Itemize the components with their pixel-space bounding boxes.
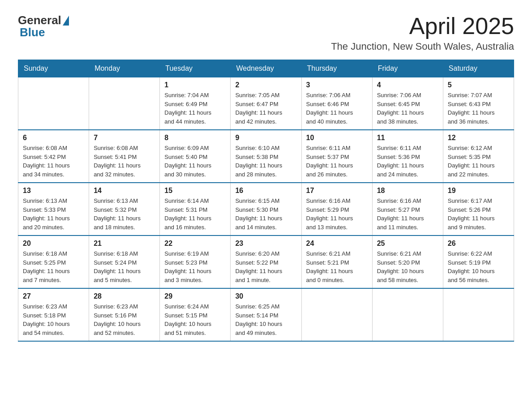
calendar-cell	[89, 77, 160, 130]
calendar-cell: 11Sunrise: 6:11 AM Sunset: 5:36 PM Dayli…	[372, 130, 443, 183]
day-number: 12	[448, 134, 509, 142]
calendar-cell: 30Sunrise: 6:25 AM Sunset: 5:14 PM Dayli…	[231, 288, 301, 341]
weekday-header-saturday: Saturday	[443, 60, 514, 77]
day-info: Sunrise: 6:25 AM Sunset: 5:14 PM Dayligh…	[235, 302, 296, 337]
calendar-cell: 17Sunrise: 6:16 AM Sunset: 5:29 PM Dayli…	[301, 183, 372, 235]
day-info: Sunrise: 6:11 AM Sunset: 5:37 PM Dayligh…	[306, 144, 368, 179]
calendar-cell: 3Sunrise: 7:06 AM Sunset: 6:46 PM Daylig…	[301, 77, 372, 130]
day-number: 5	[448, 81, 509, 89]
day-info: Sunrise: 6:08 AM Sunset: 5:41 PM Dayligh…	[94, 144, 155, 179]
day-info: Sunrise: 6:11 AM Sunset: 5:36 PM Dayligh…	[377, 144, 438, 179]
day-number: 9	[235, 134, 296, 142]
logo: General Blue	[18, 13, 69, 39]
day-info: Sunrise: 6:12 AM Sunset: 5:35 PM Dayligh…	[448, 144, 509, 179]
month-title: April 2025	[331, 13, 514, 39]
day-info: Sunrise: 6:20 AM Sunset: 5:22 PM Dayligh…	[235, 249, 296, 284]
calendar-cell: 22Sunrise: 6:19 AM Sunset: 5:23 PM Dayli…	[160, 235, 231, 288]
calendar-cell: 29Sunrise: 6:24 AM Sunset: 5:15 PM Dayli…	[160, 288, 231, 341]
weekday-header-friday: Friday	[372, 60, 443, 77]
day-number: 10	[306, 134, 368, 142]
calendar-cell: 6Sunrise: 6:08 AM Sunset: 5:42 PM Daylig…	[18, 130, 89, 183]
day-info: Sunrise: 6:18 AM Sunset: 5:24 PM Dayligh…	[94, 249, 155, 284]
day-number: 30	[235, 292, 296, 300]
calendar-cell: 12Sunrise: 6:12 AM Sunset: 5:35 PM Dayli…	[443, 130, 514, 183]
day-info: Sunrise: 6:23 AM Sunset: 5:18 PM Dayligh…	[23, 302, 84, 337]
day-info: Sunrise: 7:06 AM Sunset: 6:45 PM Dayligh…	[377, 91, 438, 126]
day-number: 13	[23, 187, 84, 195]
day-number: 19	[448, 187, 509, 195]
day-info: Sunrise: 6:18 AM Sunset: 5:25 PM Dayligh…	[23, 249, 84, 284]
day-info: Sunrise: 7:07 AM Sunset: 6:43 PM Dayligh…	[448, 91, 509, 126]
calendar-cell: 7Sunrise: 6:08 AM Sunset: 5:41 PM Daylig…	[89, 130, 160, 183]
day-info: Sunrise: 6:09 AM Sunset: 5:40 PM Dayligh…	[164, 144, 226, 179]
calendar-cell: 28Sunrise: 6:23 AM Sunset: 5:16 PM Dayli…	[89, 288, 160, 341]
calendar-cell: 5Sunrise: 7:07 AM Sunset: 6:43 PM Daylig…	[443, 77, 514, 130]
calendar-cell: 20Sunrise: 6:18 AM Sunset: 5:25 PM Dayli…	[18, 235, 89, 288]
calendar-cell: 18Sunrise: 6:16 AM Sunset: 5:27 PM Dayli…	[372, 183, 443, 235]
calendar-cell: 23Sunrise: 6:20 AM Sunset: 5:22 PM Dayli…	[231, 235, 301, 288]
calendar-cell: 2Sunrise: 7:05 AM Sunset: 6:47 PM Daylig…	[231, 77, 301, 130]
day-info: Sunrise: 6:24 AM Sunset: 5:15 PM Dayligh…	[164, 302, 226, 337]
logo-blue-text: Blue	[18, 26, 45, 39]
calendar-table: SundayMondayTuesdayWednesdayThursdayFrid…	[18, 60, 514, 342]
day-info: Sunrise: 6:13 AM Sunset: 5:32 PM Dayligh…	[94, 197, 155, 231]
day-info: Sunrise: 6:10 AM Sunset: 5:38 PM Dayligh…	[235, 144, 296, 179]
day-number: 8	[164, 134, 226, 142]
calendar-week-row: 6Sunrise: 6:08 AM Sunset: 5:42 PM Daylig…	[18, 130, 514, 183]
calendar-cell: 9Sunrise: 6:10 AM Sunset: 5:38 PM Daylig…	[231, 130, 301, 183]
calendar-cell: 8Sunrise: 6:09 AM Sunset: 5:40 PM Daylig…	[160, 130, 231, 183]
day-number: 21	[94, 240, 155, 248]
day-info: Sunrise: 7:06 AM Sunset: 6:46 PM Dayligh…	[306, 91, 368, 126]
day-number: 6	[23, 134, 84, 142]
day-info: Sunrise: 6:21 AM Sunset: 5:20 PM Dayligh…	[377, 249, 438, 284]
calendar-cell: 19Sunrise: 6:17 AM Sunset: 5:26 PM Dayli…	[443, 183, 514, 235]
day-number: 2	[235, 81, 296, 89]
logo-triangle-icon	[63, 16, 69, 26]
weekday-header-monday: Monday	[89, 60, 160, 77]
day-number: 22	[164, 240, 226, 248]
calendar-cell	[18, 77, 89, 130]
day-number: 3	[306, 81, 368, 89]
day-number: 28	[94, 292, 155, 300]
calendar-cell: 14Sunrise: 6:13 AM Sunset: 5:32 PM Dayli…	[89, 183, 160, 235]
day-number: 14	[94, 187, 155, 195]
calendar-cell: 24Sunrise: 6:21 AM Sunset: 5:21 PM Dayli…	[301, 235, 372, 288]
day-number: 4	[377, 81, 438, 89]
day-info: Sunrise: 6:13 AM Sunset: 5:33 PM Dayligh…	[23, 197, 84, 231]
calendar-cell: 26Sunrise: 6:22 AM Sunset: 5:19 PM Dayli…	[443, 235, 514, 288]
day-number: 1	[164, 81, 226, 89]
day-info: Sunrise: 6:16 AM Sunset: 5:27 PM Dayligh…	[377, 197, 438, 231]
day-number: 17	[306, 187, 368, 195]
calendar-week-row: 20Sunrise: 6:18 AM Sunset: 5:25 PM Dayli…	[18, 235, 514, 288]
calendar-week-row: 1Sunrise: 7:04 AM Sunset: 6:49 PM Daylig…	[18, 77, 514, 130]
day-number: 7	[94, 134, 155, 142]
weekday-header-wednesday: Wednesday	[231, 60, 301, 77]
day-info: Sunrise: 7:04 AM Sunset: 6:49 PM Dayligh…	[164, 91, 226, 126]
calendar-header-row: SundayMondayTuesdayWednesdayThursdayFrid…	[18, 60, 514, 77]
day-number: 11	[377, 134, 438, 142]
day-number: 25	[377, 240, 438, 248]
weekday-header-thursday: Thursday	[301, 60, 372, 77]
calendar-cell	[372, 288, 443, 341]
calendar-cell	[301, 288, 372, 341]
calendar-cell: 10Sunrise: 6:11 AM Sunset: 5:37 PM Dayli…	[301, 130, 372, 183]
day-info: Sunrise: 6:21 AM Sunset: 5:21 PM Dayligh…	[306, 249, 368, 284]
location-subtitle: The Junction, New South Wales, Australia	[331, 41, 514, 52]
page-header: General Blue April 2025 The Junction, Ne…	[18, 13, 514, 52]
day-info: Sunrise: 6:23 AM Sunset: 5:16 PM Dayligh…	[94, 302, 155, 337]
calendar-cell: 25Sunrise: 6:21 AM Sunset: 5:20 PM Dayli…	[372, 235, 443, 288]
calendar-week-row: 13Sunrise: 6:13 AM Sunset: 5:33 PM Dayli…	[18, 183, 514, 235]
calendar-cell: 21Sunrise: 6:18 AM Sunset: 5:24 PM Dayli…	[89, 235, 160, 288]
day-info: Sunrise: 6:16 AM Sunset: 5:29 PM Dayligh…	[306, 197, 368, 231]
calendar-cell: 27Sunrise: 6:23 AM Sunset: 5:18 PM Dayli…	[18, 288, 89, 341]
day-info: Sunrise: 6:15 AM Sunset: 5:30 PM Dayligh…	[235, 197, 296, 231]
day-number: 16	[235, 187, 296, 195]
day-info: Sunrise: 6:14 AM Sunset: 5:31 PM Dayligh…	[164, 197, 226, 231]
calendar-cell: 13Sunrise: 6:13 AM Sunset: 5:33 PM Dayli…	[18, 183, 89, 235]
calendar-week-row: 27Sunrise: 6:23 AM Sunset: 5:18 PM Dayli…	[18, 288, 514, 341]
day-info: Sunrise: 7:05 AM Sunset: 6:47 PM Dayligh…	[235, 91, 296, 126]
day-info: Sunrise: 6:08 AM Sunset: 5:42 PM Dayligh…	[23, 144, 84, 179]
day-number: 15	[164, 187, 226, 195]
day-info: Sunrise: 6:19 AM Sunset: 5:23 PM Dayligh…	[164, 249, 226, 284]
weekday-header-sunday: Sunday	[18, 60, 89, 77]
